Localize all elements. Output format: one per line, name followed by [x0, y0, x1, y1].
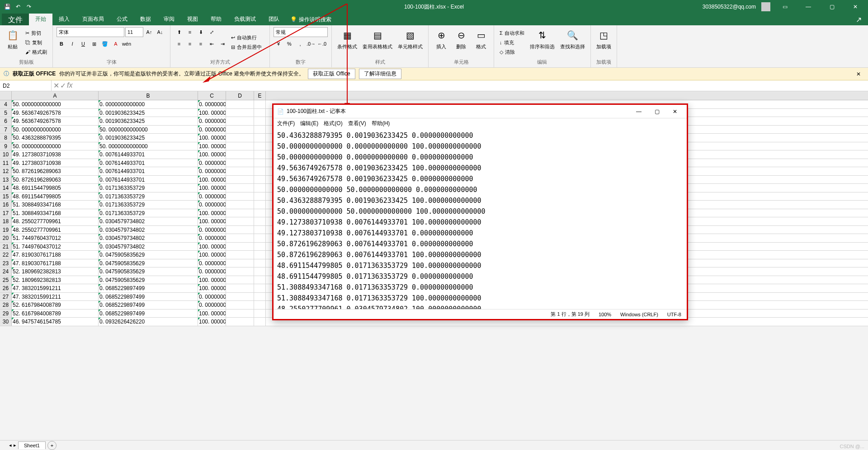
cell[interactable]	[254, 293, 266, 301]
cell[interactable]: 50. 8726196289063	[12, 176, 99, 184]
select-all-corner[interactable]	[0, 91, 12, 100]
cell[interactable]: 0. 0000000000000	[198, 226, 226, 234]
np-menu-edit[interactable]: 编辑(E)	[300, 120, 318, 127]
add-sheet-button[interactable]: +	[47, 441, 57, 450]
cell[interactable]: 0. 0171363353729	[99, 201, 198, 209]
row-head[interactable]: 8	[0, 134, 12, 142]
cell[interactable]: 100. 0000000000000	[198, 150, 226, 159]
col-head-c[interactable]: C	[198, 91, 226, 100]
cancel-fx-icon[interactable]: ✕	[53, 81, 59, 90]
cell[interactable]: 49. 1273803710938	[12, 159, 99, 167]
underline-button[interactable]: U	[78, 39, 88, 49]
row-head[interactable]: 28	[0, 301, 12, 309]
merge-button[interactable]: ⊟合并后居中	[229, 43, 264, 52]
cell[interactable]	[254, 100, 266, 108]
cell[interactable]: 0. 0000000000000	[198, 301, 226, 309]
cell[interactable]	[254, 259, 266, 267]
cell[interactable]	[226, 167, 254, 175]
cell[interactable]	[226, 100, 254, 108]
cell[interactable]: 48. 6911544799805	[12, 192, 99, 201]
cell[interactable]	[226, 159, 254, 167]
tab-file[interactable]: 文件	[2, 14, 29, 25]
cell[interactable]: 52. 1809692382813	[12, 267, 99, 276]
share-button[interactable]: ↗	[849, 14, 868, 25]
np-menu-file[interactable]: 文件(F)	[277, 120, 295, 127]
bold-button[interactable]: B	[57, 39, 66, 49]
cell[interactable]: 0. 0304579734802	[99, 226, 198, 234]
np-menu-view[interactable]: 查看(V)	[348, 120, 366, 127]
cell[interactable]	[226, 301, 254, 309]
cell[interactable]: 0. 0019036233425	[99, 117, 198, 125]
row-head[interactable]: 26	[0, 284, 12, 292]
cell[interactable]: 51. 7449760437012	[12, 243, 99, 251]
row-head[interactable]: 6	[0, 117, 12, 125]
fill-color-button[interactable]: 🪣	[100, 39, 110, 49]
cell[interactable]	[254, 159, 266, 167]
align-top-icon[interactable]: ⬆	[174, 27, 184, 37]
fill-button[interactable]: ↓填充	[498, 38, 526, 47]
cell[interactable]: 0. 0304579734802	[99, 234, 198, 242]
cell[interactable]	[226, 293, 254, 301]
dec-decimal-icon[interactable]: ←.0	[317, 39, 327, 49]
cut-button[interactable]: ✂剪切	[24, 29, 49, 38]
cell[interactable]: 0. 0475905835629	[99, 251, 198, 259]
name-box[interactable]: D2	[0, 80, 52, 91]
cell[interactable]	[254, 167, 266, 175]
cell[interactable]: 47. 8190307617188	[12, 259, 99, 267]
row-head[interactable]: 10	[0, 150, 12, 159]
align-left-icon[interactable]: ≡	[174, 39, 184, 49]
row-head[interactable]: 12	[0, 167, 12, 175]
paste-button[interactable]: 📋 粘贴	[4, 27, 22, 58]
cell[interactable]: 100. 0000000000000	[198, 276, 226, 284]
np-maximize-icon[interactable]: ▢	[649, 108, 665, 115]
copy-button[interactable]: ⿻复制	[24, 38, 49, 47]
align-bottom-icon[interactable]: ⬇	[196, 27, 206, 37]
row-head[interactable]: 5	[0, 109, 12, 117]
cell[interactable]: 100. 0000000000000	[198, 284, 226, 292]
cell[interactable]: 51. 3088493347168	[12, 209, 99, 217]
cell[interactable]: 0. 0000000000000	[198, 126, 226, 134]
col-head-b[interactable]: B	[99, 91, 198, 100]
indent-inc-icon[interactable]: ⇥	[217, 39, 227, 49]
cell[interactable]	[226, 234, 254, 242]
cell[interactable]: 0. 0000000000000	[198, 293, 226, 301]
cell[interactable]	[254, 267, 266, 276]
cell[interactable]: 100. 0000000000000	[198, 109, 226, 117]
enter-fx-icon[interactable]: ✓	[60, 81, 66, 90]
tab-loadtest[interactable]: 负载测试	[228, 14, 262, 25]
tab-view[interactable]: 视图	[181, 14, 204, 25]
cell[interactable]: 0. 0171363353729	[99, 184, 198, 192]
inc-decimal-icon[interactable]: .0→	[306, 39, 316, 49]
col-head-e[interactable]: E	[254, 91, 266, 100]
cell[interactable]: 100. 0000000000000	[198, 217, 226, 225]
row-head[interactable]: 20	[0, 234, 12, 242]
cell[interactable]: 48. 2550277709961	[12, 217, 99, 225]
user-avatar-icon[interactable]	[761, 2, 770, 11]
row-head[interactable]: 9	[0, 142, 12, 150]
format-cells-button[interactable]: ▭格式	[472, 27, 490, 58]
cell[interactable]: 0. 0304579734802	[99, 217, 198, 225]
italic-button[interactable]: I	[67, 39, 77, 49]
maximize-icon[interactable]: ▢	[823, 0, 841, 14]
number-format-combo[interactable]: 常规	[274, 27, 328, 37]
cell[interactable]	[226, 276, 254, 284]
cell[interactable]: 50. 0000000000000	[12, 142, 99, 150]
cell[interactable]: 0. 0000000000000	[198, 234, 226, 242]
cell[interactable]: 0. 0019036233425	[99, 109, 198, 117]
cell[interactable]: 50. 0000000000000	[99, 142, 198, 150]
sheet-tab[interactable]: Sheet1	[18, 441, 46, 449]
cell[interactable]	[254, 209, 266, 217]
cell[interactable]	[254, 251, 266, 259]
cell[interactable]: 48. 2550277709961	[12, 226, 99, 234]
cell[interactable]	[254, 243, 266, 251]
row-head[interactable]: 4	[0, 100, 12, 108]
cell[interactable]	[226, 142, 254, 150]
phonetic-button[interactable]: wén	[122, 39, 132, 49]
learn-more-button[interactable]: 了解详细信息	[359, 69, 401, 79]
row-head[interactable]: 17	[0, 209, 12, 217]
tab-team[interactable]: 团队	[262, 14, 286, 25]
tab-data[interactable]: 数据	[134, 14, 157, 25]
cell[interactable]: 0. 0475905835629	[99, 276, 198, 284]
cell[interactable]: 0. 0000000000000	[198, 167, 226, 175]
tab-insert[interactable]: 插入	[52, 14, 76, 25]
